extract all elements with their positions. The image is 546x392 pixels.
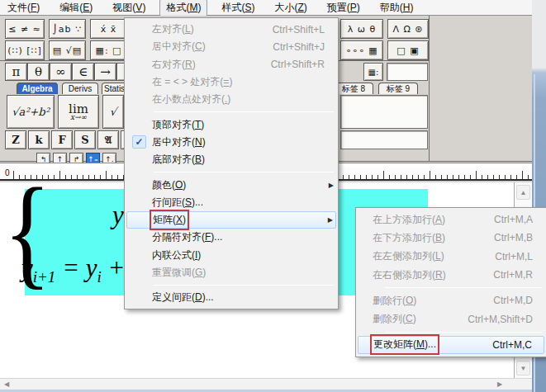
menu-separator	[358, 328, 544, 336]
menubar-item[interactable]: 格式(M)	[159, 0, 207, 17]
menu-item-label: 定义间距(D)...	[152, 290, 214, 305]
menubar-item[interactable]: 样式(S)	[216, 0, 260, 16]
letter-z-button[interactable]: Z	[5, 130, 26, 149]
pi-symbol-button[interactable]: π	[5, 63, 27, 81]
tab-derivs[interactable]: Derivs	[62, 83, 98, 94]
menu-item-shortcut: Ctrl+M,D	[493, 295, 533, 306]
subscript-templates-palette[interactable]: ▦: □	[90, 40, 127, 60]
tab-8[interactable]: 标签 8	[334, 83, 373, 94]
format-menu-item[interactable]: 行间距(S)...	[126, 194, 336, 211]
matrix-submenu-item[interactable]: 在左侧添加列(L)Ctrl+M,L	[358, 248, 544, 266]
menubar-item[interactable]: 编辑(E)	[54, 0, 98, 16]
greek-lowercase-palette[interactable]: λ ω θ	[340, 19, 383, 39]
matrix-submenu-item[interactable]: 删除列(C)Ctrl+M,Shift+D	[358, 309, 544, 328]
format-menu-item[interactable]: 顶部对齐(T)	[126, 116, 336, 133]
menubar-item[interactable]: 预置(P)	[321, 0, 366, 16]
format-menu-item[interactable]: 分隔符对齐(F)...	[126, 229, 336, 246]
sqrt-template-button[interactable]: √	[102, 95, 124, 129]
menu-separator	[126, 168, 336, 176]
menu-item-label: 在上方添加行(A)	[373, 213, 445, 227]
format-menu-item[interactable]: 重置微调(G)	[126, 264, 336, 281]
submenu-arrow-icon: ▶	[329, 182, 334, 189]
letter-k-button[interactable]: k	[28, 130, 50, 149]
scroll-up-button[interactable]: ▲	[516, 185, 530, 200]
equation-line-1: y	[112, 201, 124, 230]
menubar-item[interactable]: 帮助(H)	[374, 0, 420, 16]
menu-item-label: 颜色(O)	[152, 178, 186, 192]
matrix-submenu-item[interactable]: 在右侧添加列(R)Ctrl+M,R	[358, 266, 544, 284]
fence-templates-palette[interactable]: (∷) [∷]	[5, 40, 45, 60]
empty-template-panel	[340, 95, 428, 129]
spacing-ellipsis-icon: ⌡ab ∵	[53, 24, 82, 35]
small-template-button[interactable]: ▦:	[363, 63, 383, 81]
matrix-submenu-item[interactable]: 删除行(O)Ctrl+M,D	[358, 291, 544, 309]
small-template-icon: ▦:	[368, 68, 379, 77]
scroll-up-icon: ▲	[520, 189, 527, 196]
scroll-left-icon: ◀	[4, 380, 9, 388]
format-menu-item[interactable]: 居中对齐(C)Ctrl+Shift+J	[126, 38, 336, 55]
scroll-left-button[interactable]: ◀	[1, 380, 12, 389]
equation-text: =	[55, 253, 85, 282]
format-menu-item[interactable]: 左对齐(L)Ctrl+Shift+L	[126, 21, 336, 38]
menu-item-label: 在下方添加行(B)	[373, 231, 445, 245]
menu-item-label: 左对齐(L)	[152, 22, 194, 36]
menu-item-label: 删除行(O)	[373, 294, 416, 308]
format-menu-item[interactable]: 底部对齐(B)	[126, 151, 336, 168]
matrix-submenu-item[interactable]: 在上方添加行(A)Ctrl+M,A	[358, 210, 544, 229]
theta-symbol-button[interactable]: θ	[27, 63, 50, 81]
limit-subscript: x→∞	[70, 115, 87, 120]
equation-text: y	[86, 253, 97, 282]
element-of-symbol-button[interactable]: ∈	[72, 63, 94, 81]
menu-item-label: 顶部对齐(T)	[152, 118, 204, 132]
menu-item-shortcut: Ctrl+M,B	[494, 232, 533, 243]
format-menu-item[interactable]: 矩阵(X)▶	[126, 211, 336, 229]
menubar-item[interactable]: 文件(F)	[2, 0, 45, 16]
menubar-item[interactable]: 视图(V)	[107, 0, 151, 16]
spacing-ellipsis-palette[interactable]: ⌡ab ∵	[49, 19, 86, 39]
matrix-submenu-item[interactable]: 更改矩阵(M)...Ctrl+M,C	[358, 336, 544, 354]
format-menu-item[interactable]: 定义间距(D)...	[126, 289, 336, 306]
format-menu-item[interactable]: 在 = < > 处对齐(=)	[126, 73, 336, 91]
matrix-submenu-item[interactable]: 在下方添加行(B)Ctrl+M,B	[358, 229, 544, 247]
letter-f-button[interactable]: F	[51, 130, 73, 149]
box-templates-palette[interactable]: □ ▣	[387, 40, 429, 60]
sqrt-expression-button[interactable]: √a²+b²	[7, 95, 55, 129]
fraction-radical-icon: ▤ √▤	[53, 45, 82, 56]
infinity-symbol-button[interactable]: ∞	[50, 63, 72, 81]
tab-9[interactable]: 标签 9	[378, 83, 418, 94]
mathtype-window: { "colors": { "selection_cyan": "#5CFDF2…	[0, 0, 546, 392]
menubar-item[interactable]: 大小(Z)	[268, 0, 312, 16]
menu-item-label: 在 = < > 处对齐(=)	[152, 75, 232, 89]
empty-slot-panel	[387, 63, 428, 81]
menu-item-shortcut: Ctrl+Shift+R	[271, 59, 325, 70]
matrix-templates-palette[interactable]: ∘∘∘ ▦	[340, 40, 383, 60]
menu-item-shortcut: Ctrl+M,Shift+D	[468, 314, 533, 325]
equation-text: y	[21, 253, 33, 282]
submenu-arrow-icon: ▶	[328, 216, 333, 224]
fraction-radical-templates-palette[interactable]: ▤ √▤	[49, 40, 86, 60]
greek-uppercase-palette[interactable]: Λ Ω ⊛	[387, 19, 429, 39]
format-menu-item[interactable]: 内联公式(I)	[126, 247, 336, 264]
scroll-down-icon: ▼	[520, 365, 527, 372]
limit-expression-button[interactable]: lim x→∞	[58, 95, 99, 129]
greek-lowercase-icon: λ ω θ	[348, 24, 376, 35]
format-menu-item[interactable]: 颜色(O)▶	[126, 176, 336, 193]
equation-text: y	[112, 201, 124, 229]
letter-s-button[interactable]: S	[74, 130, 96, 149]
arrow-symbol-button[interactable]: →	[94, 63, 116, 81]
relational-symbols-palette[interactable]: ≤ ≠ ≈	[5, 19, 45, 39]
horizontal-scrollbar[interactable]: ◀ ▶	[0, 378, 532, 390]
menu-item-shortcut: Ctrl+M,A	[494, 214, 533, 225]
menu-item-shortcut: Ctrl+M,C	[492, 339, 532, 351]
tab-algebra[interactable]: Algebra	[17, 83, 58, 94]
format-menu-item[interactable]: ✓居中对齐(N)	[126, 134, 336, 151]
matrix-templates-icon: ∘∘∘ ▦	[345, 45, 378, 56]
letter-fraktur-a-button[interactable]: 𝔄	[97, 130, 119, 149]
menu-separator	[358, 284, 544, 291]
format-menu-item[interactable]: 在小数点处对齐(.)	[126, 91, 336, 108]
scroll-right-button[interactable]: ▶	[494, 380, 506, 389]
scroll-down-button[interactable]: ▼	[516, 361, 530, 375]
embellishments-palette[interactable]: x́ x̄	[90, 19, 127, 39]
menu-item-label: 内联公式(I)	[152, 248, 201, 262]
format-menu-item[interactable]: 右对齐(R)Ctrl+Shift+R	[126, 56, 336, 73]
